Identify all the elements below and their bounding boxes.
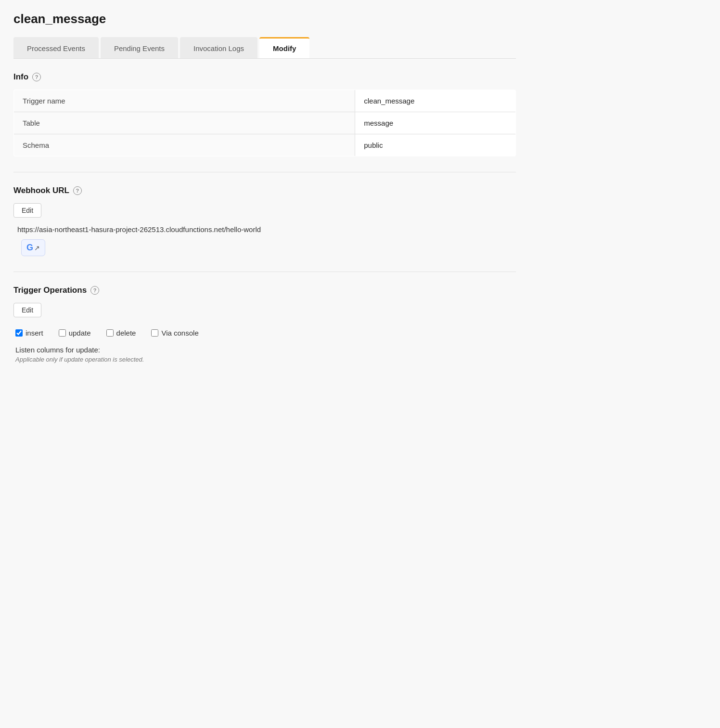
google-translate-arrow: ↗: [34, 244, 40, 252]
table-row: Table message: [14, 112, 516, 134]
tab-invocation-logs[interactable]: Invocation Logs: [180, 37, 257, 58]
webhook-edit-button[interactable]: Edit: [13, 203, 41, 218]
tab-processed-events[interactable]: Processed Events: [13, 37, 99, 58]
webhook-help-icon[interactable]: ?: [73, 186, 82, 195]
webhook-section-header: Webhook URL ?: [13, 186, 516, 195]
divider-1: [13, 172, 516, 172]
tab-bar: Processed Events Pending Events Invocati…: [13, 37, 516, 59]
trigger-operations-header: Trigger Operations ?: [13, 286, 516, 295]
webhook-heading: Webhook URL: [13, 186, 69, 195]
schema-label: Schema: [14, 134, 355, 156]
trigger-operations-help-icon[interactable]: ?: [90, 286, 99, 295]
update-label: update: [69, 329, 91, 337]
google-translate-g: G: [26, 243, 33, 253]
trigger-operations-section: Trigger Operations ? Edit insert update …: [13, 286, 516, 363]
info-section-header: Info ?: [13, 72, 516, 82]
divider-2: [13, 272, 516, 272]
schema-value: public: [355, 134, 516, 156]
trigger-operations-heading: Trigger Operations: [13, 286, 87, 295]
listen-columns-label: Listen columns for update:: [15, 346, 516, 354]
info-heading: Info: [13, 72, 28, 82]
listen-columns-section: Listen columns for update: Applicable on…: [13, 346, 516, 363]
insert-label: insert: [26, 329, 43, 337]
info-section: Info ? Trigger name clean_message Table …: [13, 72, 516, 156]
trigger-name-value: clean_message: [355, 90, 516, 112]
trigger-operations-edit-button[interactable]: Edit: [13, 303, 41, 317]
delete-checkbox[interactable]: [106, 329, 114, 337]
table-row: Trigger name clean_message: [14, 90, 516, 112]
table-row: Schema public: [14, 134, 516, 156]
insert-checkbox-item[interactable]: insert: [15, 329, 43, 337]
delete-checkbox-item[interactable]: delete: [106, 329, 136, 337]
table-value: message: [355, 112, 516, 134]
operations-row: insert update delete Via console: [13, 329, 516, 337]
tab-pending-events[interactable]: Pending Events: [101, 37, 178, 58]
info-help-icon[interactable]: ?: [32, 73, 41, 81]
insert-checkbox[interactable]: [15, 329, 23, 337]
update-checkbox[interactable]: [59, 329, 66, 337]
webhook-section: Webhook URL ? Edit https://asia-northeas…: [13, 186, 516, 256]
table-label: Table: [14, 112, 355, 134]
tab-modify[interactable]: Modify: [259, 37, 309, 58]
via-console-checkbox[interactable]: [151, 329, 158, 337]
trigger-name-label: Trigger name: [14, 90, 355, 112]
update-checkbox-item[interactable]: update: [59, 329, 91, 337]
webhook-url-text: https://asia-northeast1-hasura-project-2…: [13, 225, 516, 234]
page-title: clean_message: [13, 12, 516, 26]
translate-widget[interactable]: G ↗: [21, 239, 45, 256]
info-table: Trigger name clean_message Table message…: [13, 90, 516, 156]
via-console-checkbox-item[interactable]: Via console: [151, 329, 198, 337]
listen-columns-note: Applicable only if update operation is s…: [15, 356, 516, 363]
via-console-label: Via console: [161, 329, 198, 337]
delete-label: delete: [116, 329, 136, 337]
